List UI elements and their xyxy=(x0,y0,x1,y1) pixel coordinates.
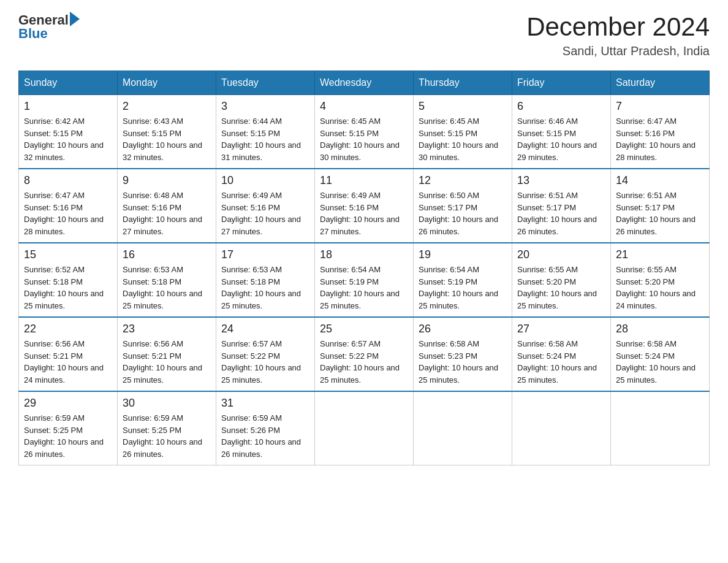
calendar-cell: 12 Sunrise: 6:50 AMSunset: 5:17 PMDaylig… xyxy=(414,169,512,243)
day-info: Sunrise: 6:57 AMSunset: 5:22 PMDaylight:… xyxy=(320,338,408,386)
calendar-cell: 16 Sunrise: 6:53 AMSunset: 5:18 PMDaylig… xyxy=(118,243,216,317)
calendar-cell: 25 Sunrise: 6:57 AMSunset: 5:22 PMDaylig… xyxy=(315,317,414,391)
calendar-week-row: 1 Sunrise: 6:42 AMSunset: 5:15 PMDayligh… xyxy=(19,95,710,169)
calendar-cell: 2 Sunrise: 6:43 AMSunset: 5:15 PMDayligh… xyxy=(118,95,216,169)
day-info: Sunrise: 6:57 AMSunset: 5:22 PMDaylight:… xyxy=(221,338,309,386)
day-info: Sunrise: 6:54 AMSunset: 5:19 PMDaylight:… xyxy=(320,264,408,312)
day-number: 31 xyxy=(221,397,309,410)
weekday-header-row: SundayMondayTuesdayWednesdayThursdayFrid… xyxy=(19,71,710,95)
weekday-header-tuesday: Tuesday xyxy=(216,71,315,95)
calendar-cell xyxy=(611,391,710,465)
weekday-header-friday: Friday xyxy=(512,71,611,95)
day-info: Sunrise: 6:46 AMSunset: 5:15 PMDaylight:… xyxy=(517,115,605,163)
day-info: Sunrise: 6:56 AMSunset: 5:21 PMDaylight:… xyxy=(24,338,112,386)
weekday-header-saturday: Saturday xyxy=(611,71,710,95)
day-number: 13 xyxy=(517,174,605,187)
day-number: 3 xyxy=(221,100,309,113)
day-number: 22 xyxy=(24,323,112,335)
day-number: 11 xyxy=(320,174,408,187)
day-number: 20 xyxy=(517,248,605,261)
day-info: Sunrise: 6:59 AMSunset: 5:26 PMDaylight:… xyxy=(221,412,309,460)
calendar-cell xyxy=(512,391,611,465)
calendar-cell xyxy=(315,391,414,465)
day-info: Sunrise: 6:59 AMSunset: 5:25 PMDaylight:… xyxy=(24,412,112,460)
weekday-header-sunday: Sunday xyxy=(19,71,118,95)
day-number: 28 xyxy=(616,323,704,335)
day-number: 4 xyxy=(320,100,408,113)
calendar-cell: 28 Sunrise: 6:58 AMSunset: 5:24 PMDaylig… xyxy=(611,317,710,391)
calendar-cell: 10 Sunrise: 6:49 AMSunset: 5:16 PMDaylig… xyxy=(216,169,315,243)
day-info: Sunrise: 6:58 AMSunset: 5:24 PMDaylight:… xyxy=(616,338,704,386)
day-number: 27 xyxy=(517,323,605,335)
day-info: Sunrise: 6:53 AMSunset: 5:18 PMDaylight:… xyxy=(123,264,211,312)
day-number: 14 xyxy=(616,174,704,187)
calendar-cell: 20 Sunrise: 6:55 AMSunset: 5:20 PMDaylig… xyxy=(512,243,611,317)
day-info: Sunrise: 6:45 AMSunset: 5:15 PMDaylight:… xyxy=(419,115,507,163)
calendar-table: SundayMondayTuesdayWednesdayThursdayFrid… xyxy=(18,71,710,465)
calendar-cell: 9 Sunrise: 6:48 AMSunset: 5:16 PMDayligh… xyxy=(118,169,216,243)
calendar-cell: 23 Sunrise: 6:56 AMSunset: 5:21 PMDaylig… xyxy=(118,317,216,391)
day-number: 19 xyxy=(419,248,507,261)
day-number: 30 xyxy=(123,397,211,410)
calendar-cell: 3 Sunrise: 6:44 AMSunset: 5:15 PMDayligh… xyxy=(216,95,315,169)
day-info: Sunrise: 6:56 AMSunset: 5:21 PMDaylight:… xyxy=(123,338,211,386)
calendar-cell: 1 Sunrise: 6:42 AMSunset: 5:15 PMDayligh… xyxy=(19,95,118,169)
calendar-cell: 22 Sunrise: 6:56 AMSunset: 5:21 PMDaylig… xyxy=(19,317,118,391)
calendar-cell: 13 Sunrise: 6:51 AMSunset: 5:17 PMDaylig… xyxy=(512,169,611,243)
day-number: 12 xyxy=(419,174,507,187)
day-number: 25 xyxy=(320,323,408,335)
calendar-cell: 27 Sunrise: 6:58 AMSunset: 5:24 PMDaylig… xyxy=(512,317,611,391)
calendar-cell: 17 Sunrise: 6:53 AMSunset: 5:18 PMDaylig… xyxy=(216,243,315,317)
calendar-cell: 19 Sunrise: 6:54 AMSunset: 5:19 PMDaylig… xyxy=(414,243,512,317)
day-number: 29 xyxy=(24,397,112,410)
calendar-week-row: 22 Sunrise: 6:56 AMSunset: 5:21 PMDaylig… xyxy=(19,317,710,391)
day-info: Sunrise: 6:58 AMSunset: 5:23 PMDaylight:… xyxy=(419,338,507,386)
day-info: Sunrise: 6:45 AMSunset: 5:15 PMDaylight:… xyxy=(320,115,408,163)
calendar-cell: 4 Sunrise: 6:45 AMSunset: 5:15 PMDayligh… xyxy=(315,95,414,169)
day-info: Sunrise: 6:47 AMSunset: 5:16 PMDaylight:… xyxy=(24,190,112,237)
calendar-title: December 2024 xyxy=(526,12,710,42)
calendar-cell: 6 Sunrise: 6:46 AMSunset: 5:15 PMDayligh… xyxy=(512,95,611,169)
calendar-cell: 24 Sunrise: 6:57 AMSunset: 5:22 PMDaylig… xyxy=(216,317,315,391)
day-info: Sunrise: 6:55 AMSunset: 5:20 PMDaylight:… xyxy=(517,264,605,312)
day-info: Sunrise: 6:47 AMSunset: 5:16 PMDaylight:… xyxy=(616,115,704,163)
day-number: 5 xyxy=(419,100,507,113)
day-info: Sunrise: 6:50 AMSunset: 5:17 PMDaylight:… xyxy=(419,190,507,237)
logo: General Blue xyxy=(18,12,80,42)
calendar-cell: 30 Sunrise: 6:59 AMSunset: 5:25 PMDaylig… xyxy=(118,391,216,465)
calendar-cell: 18 Sunrise: 6:54 AMSunset: 5:19 PMDaylig… xyxy=(315,243,414,317)
day-number: 2 xyxy=(123,100,211,113)
calendar-week-row: 15 Sunrise: 6:52 AMSunset: 5:18 PMDaylig… xyxy=(19,243,710,317)
day-number: 21 xyxy=(616,248,704,261)
calendar-week-row: 29 Sunrise: 6:59 AMSunset: 5:25 PMDaylig… xyxy=(19,391,710,465)
calendar-cell xyxy=(414,391,512,465)
calendar-cell: 26 Sunrise: 6:58 AMSunset: 5:23 PMDaylig… xyxy=(414,317,512,391)
day-info: Sunrise: 6:55 AMSunset: 5:20 PMDaylight:… xyxy=(616,264,704,312)
weekday-header-thursday: Thursday xyxy=(414,71,512,95)
day-info: Sunrise: 6:54 AMSunset: 5:19 PMDaylight:… xyxy=(419,264,507,312)
day-number: 24 xyxy=(221,323,309,335)
day-number: 23 xyxy=(123,323,211,335)
day-info: Sunrise: 6:44 AMSunset: 5:15 PMDaylight:… xyxy=(221,115,309,163)
day-number: 18 xyxy=(320,248,408,261)
day-info: Sunrise: 6:48 AMSunset: 5:16 PMDaylight:… xyxy=(123,190,211,237)
calendar-cell: 11 Sunrise: 6:49 AMSunset: 5:16 PMDaylig… xyxy=(315,169,414,243)
calendar-cell: 31 Sunrise: 6:59 AMSunset: 5:26 PMDaylig… xyxy=(216,391,315,465)
day-info: Sunrise: 6:59 AMSunset: 5:25 PMDaylight:… xyxy=(123,412,211,460)
calendar-cell: 29 Sunrise: 6:59 AMSunset: 5:25 PMDaylig… xyxy=(19,391,118,465)
page-header: General Blue December 2024 Sandi, Uttar … xyxy=(18,12,710,58)
day-number: 15 xyxy=(24,248,112,261)
calendar-cell: 7 Sunrise: 6:47 AMSunset: 5:16 PMDayligh… xyxy=(611,95,710,169)
calendar-week-row: 8 Sunrise: 6:47 AMSunset: 5:16 PMDayligh… xyxy=(19,169,710,243)
calendar-cell: 21 Sunrise: 6:55 AMSunset: 5:20 PMDaylig… xyxy=(611,243,710,317)
day-info: Sunrise: 6:43 AMSunset: 5:15 PMDaylight:… xyxy=(123,115,211,163)
day-info: Sunrise: 6:58 AMSunset: 5:24 PMDaylight:… xyxy=(517,338,605,386)
day-number: 9 xyxy=(123,174,211,187)
day-info: Sunrise: 6:42 AMSunset: 5:15 PMDaylight:… xyxy=(24,115,112,163)
day-info: Sunrise: 6:51 AMSunset: 5:17 PMDaylight:… xyxy=(616,190,704,237)
calendar-subtitle: Sandi, Uttar Pradesh, India xyxy=(526,44,710,58)
calendar-cell: 14 Sunrise: 6:51 AMSunset: 5:17 PMDaylig… xyxy=(611,169,710,243)
day-number: 26 xyxy=(419,323,507,335)
day-info: Sunrise: 6:51 AMSunset: 5:17 PMDaylight:… xyxy=(517,190,605,237)
day-info: Sunrise: 6:49 AMSunset: 5:16 PMDaylight:… xyxy=(320,190,408,237)
